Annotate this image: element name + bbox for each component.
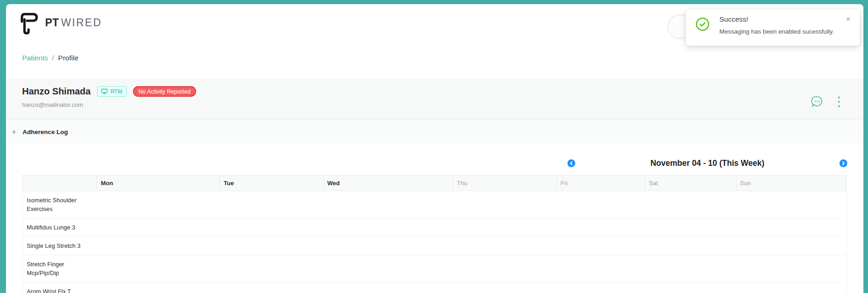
more-options-button[interactable] [838, 96, 840, 108]
adherence-cell[interactable] [453, 237, 557, 255]
adherence-cell[interactable] [97, 191, 220, 218]
toast-title: Success! [719, 15, 748, 23]
adherence-cell[interactable] [736, 237, 847, 255]
adherence-cell[interactable] [557, 191, 645, 218]
adherence-log-title: Adherence Log [23, 129, 68, 135]
rtm-badge-label: RTM [110, 88, 122, 95]
adherence-cell[interactable] [557, 218, 645, 237]
adherence-cell[interactable] [557, 237, 645, 255]
adherence-cell[interactable] [324, 237, 453, 255]
adherence-cell[interactable] [736, 255, 847, 282]
exercise-row: Single Leg Stretch 3 [23, 237, 847, 255]
adherence-cell[interactable] [453, 255, 557, 282]
check-circle-icon [695, 17, 710, 31]
toast-close-button[interactable]: × [846, 15, 851, 23]
message-button[interactable] [810, 95, 824, 108]
exercise-name: Arom Wrist Flx T [23, 282, 97, 293]
monitor-icon [101, 88, 108, 94]
adherence-cell[interactable] [220, 218, 324, 237]
breadcrumb: Patients / Profile [22, 54, 78, 62]
adherence-table: MonTueWedThuFriSatSun Isometric Shoulder… [22, 175, 847, 293]
adherence-cell[interactable] [220, 282, 324, 293]
day-header-sun: Sun [736, 176, 847, 191]
success-toast: Success! Messaging has been enabled suce… [686, 9, 860, 46]
exercise-column-header [23, 176, 97, 191]
no-activity-badge: No Activity Reported [133, 86, 196, 97]
adherence-cell[interactable] [557, 282, 645, 293]
prev-week-button[interactable] [567, 159, 575, 167]
exercise-row: Isometric Shoulder Exercises [23, 191, 847, 218]
adherence-cell[interactable] [645, 282, 736, 293]
adherence-cell[interactable] [97, 282, 220, 293]
adherence-log-header[interactable]: + Adherence Log [6, 120, 863, 143]
main-card: PTWIRED Patients / Profile Hanzo Shimada… [6, 4, 863, 293]
adherence-cell[interactable] [557, 255, 645, 282]
adherence-cell[interactable] [645, 237, 736, 255]
week-navigation: November 04 - 10 (This Week) [567, 158, 847, 169]
plus-icon: + [12, 128, 17, 136]
day-header-wed: Wed [324, 176, 453, 191]
adherence-cell[interactable] [453, 191, 557, 218]
day-header-mon: Mon [97, 176, 220, 191]
adherence-cell[interactable] [97, 218, 220, 237]
exercise-row: Multifidus Lunge 3 [23, 218, 847, 237]
adherence-cell[interactable] [97, 255, 220, 282]
adherence-cell[interactable] [453, 282, 557, 293]
adherence-cell[interactable] [645, 191, 736, 218]
exercise-row: Stretch Finger Mcp/Pip/Dip [23, 255, 847, 282]
brand-logo[interactable]: PTWIRED [17, 10, 102, 35]
exercise-row: Arom Wrist Flx T [23, 282, 847, 293]
exercise-name: Single Leg Stretch 3 [23, 237, 97, 255]
kebab-menu-icon [838, 96, 840, 108]
patient-header-section: Hanzo Shimada RTM No Activity Reported h… [6, 78, 863, 120]
day-header-thu: Thu [453, 176, 557, 191]
adherence-cell[interactable] [736, 218, 847, 237]
toast-message: Messaging has been enabled sucessfully. [719, 28, 834, 35]
adherence-cell[interactable] [324, 255, 453, 282]
adherence-table-wrap: MonTueWedThuFriSatSun Isometric Shoulder… [22, 175, 846, 293]
breadcrumb-separator: / [52, 54, 54, 62]
adherence-cell[interactable] [645, 218, 736, 237]
day-header-fri: Fri [557, 176, 645, 191]
adherence-cell[interactable] [453, 218, 557, 237]
breadcrumb-patients-link[interactable]: Patients [22, 54, 48, 62]
adherence-cell[interactable] [324, 191, 453, 218]
brand-name: PTWIRED [45, 17, 102, 29]
day-header-sat: Sat [645, 176, 736, 191]
adherence-cell[interactable] [645, 255, 736, 282]
chevron-right-icon [841, 161, 845, 165]
exercise-name: Isometric Shoulder Exercises [23, 191, 97, 218]
patient-name: Hanzo Shimada [22, 86, 91, 97]
brand-name-light: WIRED [61, 17, 102, 29]
week-title: November 04 - 10 (This Week) [650, 158, 764, 168]
day-header-tue: Tue [220, 176, 324, 191]
chevron-left-icon [569, 161, 573, 165]
adherence-cell[interactable] [736, 191, 847, 218]
day-header-row: MonTueWedThuFriSatSun [23, 176, 847, 191]
ptwired-logo-icon [17, 10, 40, 35]
adherence-cell[interactable] [736, 282, 847, 293]
adherence-cell[interactable] [220, 237, 324, 255]
breadcrumb-profile: Profile [58, 54, 78, 62]
patient-email: hanzo@mailinator.com [22, 101, 196, 108]
adherence-cell[interactable] [97, 237, 220, 255]
chat-bubble-icon [810, 95, 824, 108]
next-week-button[interactable] [839, 159, 847, 167]
exercise-name: Multifidus Lunge 3 [23, 218, 97, 237]
adherence-cell[interactable] [324, 218, 453, 237]
adherence-cell[interactable] [324, 282, 453, 293]
brand-name-bold: PT [45, 17, 59, 29]
adherence-cell[interactable] [220, 191, 324, 218]
rtm-badge: RTM [97, 86, 127, 97]
adherence-cell[interactable] [220, 255, 324, 282]
exercise-name: Stretch Finger Mcp/Pip/Dip [23, 255, 97, 282]
